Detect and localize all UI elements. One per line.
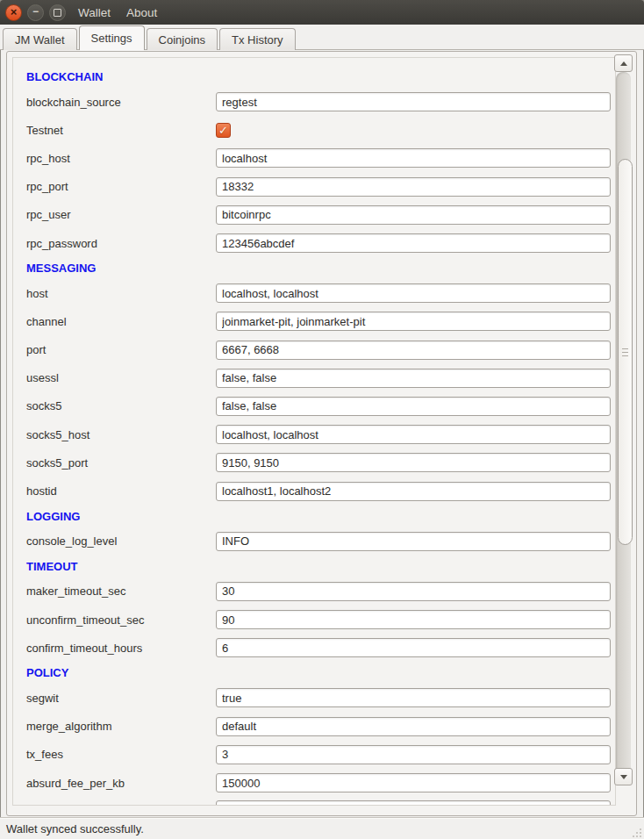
rpc-user-input[interactable]	[216, 205, 611, 225]
tab-bar: JM Wallet Settings Coinjoins Tx History	[0, 25, 644, 50]
status-bar: Wallet synced successfully.	[0, 817, 644, 839]
settings-row: rpc_password	[21, 229, 615, 257]
menu-about[interactable]: About	[126, 6, 157, 19]
settings-row: absurd_fee_per_kb	[21, 769, 615, 797]
section-header-timeout: TIMEOUT	[21, 556, 615, 577]
field-label: Testnet	[26, 124, 216, 137]
settings-scroll-viewport: BLOCKCHAIN blockchain_source Testnet rpc…	[12, 57, 616, 806]
field-label: tx_fees	[26, 748, 216, 761]
field-label: hostid	[26, 484, 216, 498]
settings-row: channel	[21, 307, 615, 335]
arrow-down-icon	[620, 775, 627, 779]
maker-timeout-sec-input[interactable]	[216, 582, 611, 601]
scrollbar-grip-icon	[622, 348, 628, 356]
scrollbar-track[interactable]	[616, 72, 631, 785]
field-label: rpc_password	[26, 237, 216, 250]
close-button[interactable]: ×	[5, 4, 22, 21]
settings-row: hostid	[21, 477, 615, 505]
minimize-button[interactable]: −	[27, 4, 44, 21]
settings-row: segwit	[21, 684, 615, 712]
settings-row-partial	[21, 797, 615, 806]
settings-row: rpc_host	[21, 144, 615, 172]
settings-row: tx_fees	[21, 741, 615, 769]
field-label: unconfirm_timeout_sec	[26, 613, 216, 627]
scroll-up-button[interactable]	[614, 54, 633, 72]
socks5-port-input[interactable]	[216, 453, 611, 472]
settings-row: confirm_timeout_hours	[21, 634, 615, 662]
maximize-button[interactable]	[49, 4, 66, 21]
settings-row: socks5_port	[21, 448, 615, 477]
merge-algorithm-input[interactable]	[216, 717, 611, 736]
settings-row: unconfirm_timeout_sec	[21, 606, 615, 634]
resize-grip[interactable]	[631, 827, 641, 837]
settings-row: port	[21, 336, 615, 364]
tx-fees-input[interactable]	[216, 745, 611, 764]
settings-pane: BLOCKCHAIN blockchain_source Testnet rpc…	[6, 51, 637, 816]
rpc-password-input[interactable]	[216, 233, 611, 253]
absurd-fee-per-kb-input[interactable]	[216, 773, 611, 792]
rpc-port-input[interactable]	[216, 177, 611, 197]
field-label: usessl	[26, 371, 216, 384]
settings-row: blockchain_source	[21, 88, 615, 116]
field-label: maker_timeout_sec	[26, 584, 216, 598]
close-icon: ×	[11, 6, 18, 18]
section-header-blockchain: BLOCKCHAIN	[21, 66, 615, 88]
socks5-host-input[interactable]	[216, 425, 611, 444]
settings-row: socks5	[21, 392, 615, 420]
settings-row: Testnet	[21, 116, 615, 144]
field-label: host	[26, 287, 216, 300]
titlebar: × − Wallet About	[0, 0, 644, 25]
socks5-input[interactable]	[216, 397, 611, 416]
settings-row: rpc_port	[21, 173, 615, 201]
segwit-input[interactable]	[216, 688, 611, 707]
field-label: absurd_fee_per_kb	[26, 777, 216, 790]
section-header-messaging: MESSAGING	[21, 257, 615, 279]
testnet-checkbox[interactable]	[216, 123, 231, 138]
arrow-up-icon	[620, 61, 627, 66]
tab-settings[interactable]: Settings	[79, 25, 145, 50]
settings-row: usessl	[21, 364, 615, 392]
field-label: socks5_host	[26, 428, 216, 441]
confirm-timeout-hours-input[interactable]	[216, 638, 611, 657]
port-input[interactable]	[216, 341, 611, 360]
tab-tx-history[interactable]: Tx History	[219, 28, 296, 50]
field-label: port	[26, 343, 216, 356]
settings-row: console_log_level	[21, 527, 615, 556]
field-label: rpc_host	[26, 152, 216, 165]
hostid-input[interactable]	[216, 482, 611, 501]
field-label: channel	[26, 315, 216, 328]
field-label: merge_algorithm	[26, 720, 216, 733]
field-label: rpc_user	[26, 208, 216, 221]
section-header-logging: LOGGING	[21, 506, 615, 527]
rpc-host-input[interactable]	[216, 148, 611, 168]
blockchain-source-input[interactable]	[216, 92, 611, 111]
settings-row: socks5_host	[21, 420, 615, 448]
console-log-level-input[interactable]	[216, 532, 611, 551]
scroll-down-button[interactable]	[614, 768, 633, 785]
channel-input[interactable]	[216, 312, 611, 331]
field-label: socks5	[26, 399, 216, 412]
scrollbar-thumb[interactable]	[618, 159, 633, 545]
section-header-policy: POLICY	[21, 662, 615, 684]
field-label: socks5_port	[26, 456, 216, 470]
maximize-icon	[54, 9, 61, 17]
usessl-input[interactable]	[216, 369, 611, 388]
menu-wallet[interactable]: Wallet	[78, 6, 111, 19]
vertical-scrollbar	[614, 54, 633, 805]
field-label: blockchain_source	[26, 96, 216, 109]
field-label: console_log_level	[26, 534, 216, 548]
settings-row: merge_algorithm	[21, 713, 615, 741]
app-window: × − Wallet About JM Wallet Settings Coin…	[0, 0, 644, 839]
host-input[interactable]	[216, 283, 611, 303]
minimize-icon: −	[32, 6, 39, 17]
status-message: Wallet synced successfully.	[6, 822, 144, 835]
menubar: Wallet About	[78, 6, 157, 19]
field-label: segwit	[26, 692, 216, 705]
unconfirm-timeout-sec-input[interactable]	[216, 610, 611, 629]
tab-jm-wallet[interactable]: JM Wallet	[3, 28, 77, 50]
field-label: confirm_timeout_hours	[26, 642, 216, 655]
settings-row: maker_timeout_sec	[21, 577, 615, 606]
field-label: rpc_port	[26, 180, 216, 193]
partial-input[interactable]	[216, 800, 611, 806]
tab-coinjoins[interactable]: Coinjoins	[147, 28, 218, 50]
